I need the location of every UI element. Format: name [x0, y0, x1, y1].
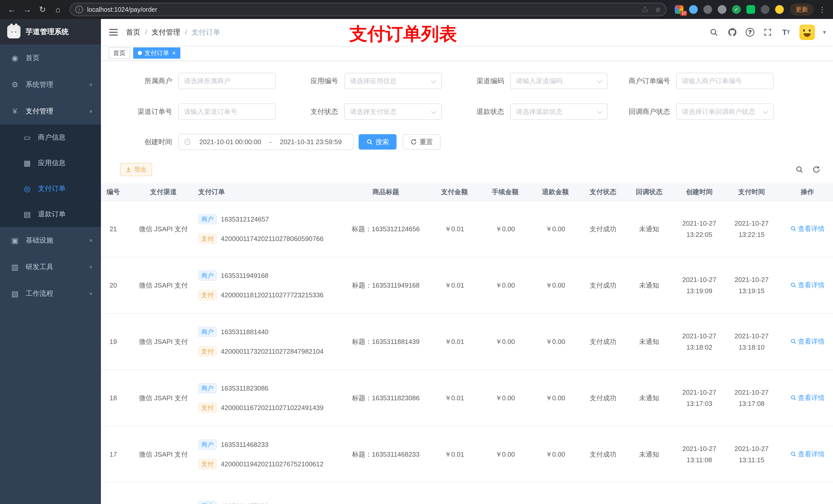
- cell-actions: [777, 482, 833, 504]
- range-end[interactable]: 2021-10-31 23:59:59: [273, 138, 348, 146]
- export-button[interactable]: 导出: [120, 163, 152, 176]
- table-header-row: 编号 支付渠道 支付订单 商品标题 支付金额 手续金额 退款金额 支付状态 回调…: [101, 183, 833, 201]
- merchant-order-no-field[interactable]: [676, 73, 774, 89]
- sidebar-item-label: 应用信息: [38, 158, 66, 167]
- search-button[interactable]: 搜索: [359, 134, 397, 149]
- user-avatar[interactable]: [800, 25, 815, 40]
- sidebar-item-payment[interactable]: ¥ 支付管理 ∧: [0, 98, 101, 124]
- chevron-down-icon: [597, 78, 602, 83]
- cell-amount: ￥0.01: [429, 201, 480, 257]
- extension-icon[interactable]: [689, 5, 698, 14]
- tab-pay-order[interactable]: 支付订单 ×: [133, 47, 180, 58]
- toggle-search-icon[interactable]: [795, 165, 804, 174]
- close-icon[interactable]: ×: [172, 50, 176, 56]
- font-size-icon[interactable]: TT: [781, 27, 791, 38]
- breadcrumb: 首页 / 支付管理 / 支付订单: [126, 27, 220, 37]
- channel-order-no-field[interactable]: [178, 103, 276, 120]
- sidebar-item-dev-tools[interactable]: ▥ 研发工具 ∨: [0, 254, 101, 280]
- cell-channel: 微信 JSAPI 支付: [133, 426, 194, 482]
- cell-create-time: [673, 482, 726, 504]
- view-detail-link[interactable]: 查看详情: [790, 281, 825, 290]
- sidebar-item-home[interactable]: ◉ 首页: [0, 45, 101, 71]
- help-icon[interactable]: ?: [746, 28, 754, 37]
- refund-status-select[interactable]: [510, 103, 608, 120]
- hamburger-icon[interactable]: [101, 29, 126, 35]
- channel-code-input[interactable]: [516, 77, 594, 85]
- extension-icon[interactable]: 10: [675, 5, 684, 14]
- merchant-order-no: 1635311457366: [221, 502, 268, 504]
- app-logo[interactable]: 芋道管理系统: [0, 19, 101, 45]
- merchant-order-no: 1635311468233: [221, 441, 268, 449]
- extension-icon[interactable]: [704, 5, 712, 14]
- bookmark-star-icon[interactable]: ☆: [655, 6, 661, 13]
- profile-avatar-icon[interactable]: [775, 5, 784, 14]
- sidebar-item-pay-order[interactable]: ◎ 支付订单: [0, 176, 101, 201]
- back-icon[interactable]: ←: [4, 2, 20, 17]
- fullscreen-icon[interactable]: [763, 27, 773, 38]
- logo-image: [7, 25, 21, 39]
- pay-tag: 支付: [198, 234, 217, 244]
- url-text[interactable]: localhost:1024/pay/order: [87, 6, 636, 13]
- cell-pay-time: [726, 482, 777, 504]
- merchant-input[interactable]: [184, 77, 262, 85]
- app-select[interactable]: [344, 73, 442, 89]
- sidebar-item-refund-order[interactable]: ▤ 退款订单: [0, 201, 101, 227]
- merchant-select[interactable]: [178, 73, 276, 89]
- cell-fee: ￥0.00: [480, 426, 530, 482]
- share-icon[interactable]: [640, 4, 650, 15]
- extension-icon[interactable]: [761, 5, 769, 14]
- cell-actions: 查看详情: [777, 370, 833, 426]
- col-fee: 手续金额: [480, 183, 530, 201]
- sidebar-item-workflow[interactable]: ▧ 工作流程 ∨: [0, 280, 101, 307]
- view-detail-link[interactable]: 查看详情: [790, 224, 825, 233]
- pay-status-select[interactable]: [344, 103, 442, 120]
- extension-icon[interactable]: [746, 5, 755, 14]
- app-input[interactable]: [350, 77, 428, 85]
- notify-status-select[interactable]: [676, 103, 774, 120]
- sidebar-item-infra[interactable]: ▣ 基础设施 ∨: [0, 227, 101, 254]
- refresh-table-icon[interactable]: [812, 165, 821, 174]
- cell-actions: 查看详情: [777, 201, 833, 257]
- channel-code-select[interactable]: [510, 73, 608, 89]
- forward-icon[interactable]: →: [20, 2, 35, 17]
- tab-home[interactable]: 首页: [109, 47, 130, 58]
- github-icon[interactable]: [727, 27, 737, 38]
- cell-fee: ￥0.00: [480, 257, 530, 313]
- sidebar-item-merchant-info[interactable]: ▭ 商户信息: [0, 124, 101, 150]
- cell-refund: ￥0.00: [530, 426, 580, 482]
- extension-icon[interactable]: [718, 5, 727, 14]
- channel-order-no-input[interactable]: [184, 108, 262, 116]
- search-icon[interactable]: [709, 27, 719, 38]
- filter-merchant: 所属商户: [123, 73, 289, 89]
- cell-notify-status: 未通知: [625, 313, 673, 370]
- reset-button[interactable]: 重置: [403, 134, 441, 149]
- address-bar[interactable]: i localhost:1024/pay/order ☆: [70, 3, 667, 16]
- browser-menu-icon[interactable]: ⋮: [815, 5, 829, 14]
- view-detail-link[interactable]: 查看详情: [790, 337, 825, 346]
- breadcrumb-current: 支付订单: [192, 27, 220, 37]
- create-time-range-picker[interactable]: 2021-10-01 00:00:00 - 2021-10-31 23:59:5…: [178, 134, 354, 150]
- filter-label: 支付状态: [289, 107, 338, 116]
- pay-status-input[interactable]: [350, 108, 428, 116]
- table-row: 19 微信 JSAPI 支付 商户1635311881440 支付4200001…: [101, 313, 833, 370]
- table-row: 17 微信 JSAPI 支付 商户1635311468233 支付4200001…: [101, 426, 833, 482]
- view-detail-link[interactable]: 查看详情: [790, 450, 825, 459]
- filter-channel-order-no: 渠道订单号: [123, 103, 289, 120]
- notify-status-input[interactable]: [682, 108, 760, 116]
- avatar-caret-icon[interactable]: ▾: [823, 29, 826, 35]
- refund-status-input[interactable]: [516, 108, 594, 116]
- home-icon[interactable]: ⌂: [50, 2, 66, 17]
- sidebar-item-app-info[interactable]: ▦ 应用信息: [0, 150, 101, 176]
- table-row: 21 微信 JSAPI 支付 商户1635312124657 支付4200001…: [101, 201, 833, 257]
- chrome-update-button[interactable]: 更新: [790, 3, 813, 16]
- reload-icon[interactable]: ↻: [35, 2, 50, 17]
- col-id: 编号: [101, 183, 133, 201]
- view-detail-link[interactable]: 查看详情: [790, 393, 825, 402]
- range-start[interactable]: 2021-10-01 00:00:00: [193, 138, 267, 146]
- site-info-icon[interactable]: i: [75, 6, 83, 13]
- breadcrumb-section[interactable]: 支付管理: [152, 27, 180, 37]
- breadcrumb-home[interactable]: 首页: [126, 27, 140, 37]
- sidebar-item-system[interactable]: ⚙ 系统管理 ∨: [0, 71, 101, 98]
- merchant-order-no-input[interactable]: [682, 77, 760, 85]
- extension-icon[interactable]: ✓: [732, 5, 741, 14]
